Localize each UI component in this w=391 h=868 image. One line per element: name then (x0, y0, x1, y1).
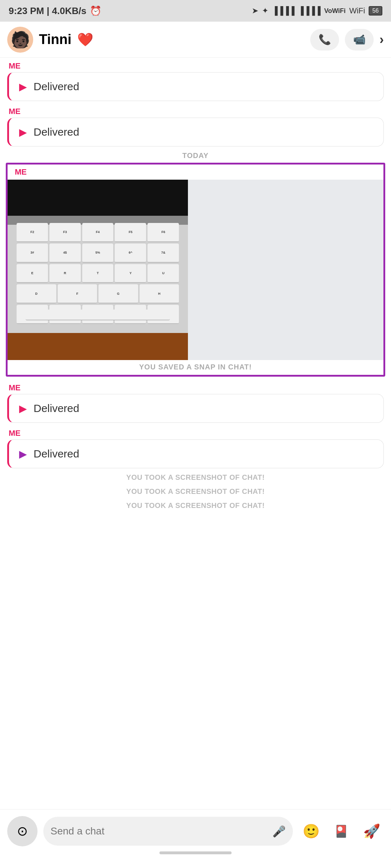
microphone-button[interactable]: 🎤 (272, 825, 286, 838)
message-item: ME ▶ Delivered (0, 103, 391, 149)
date-divider: TODAY (0, 152, 391, 160)
phone-icon: 📞 (318, 34, 331, 45)
camera-icon: ⊙ (17, 824, 28, 839)
camera-button[interactable]: ⊙ (7, 816, 38, 846)
snap-photo-left: F2 F3 F4 F5 F6 3# 4$ 5% 6^ 7& (8, 180, 188, 360)
saved-snap-header: ME (8, 165, 383, 180)
sender-label: ME (7, 61, 384, 71)
message-item: ME ▶ Delivered (0, 380, 391, 425)
stickers-button[interactable]: 🎴 (329, 819, 353, 843)
message-bubble[interactable]: ▶ Delivered (7, 439, 384, 468)
sender-label: ME (13, 167, 378, 177)
chat-header: 🧑🏿 Tinni ❤️ 📞 📹 › (0, 22, 391, 58)
avatar[interactable]: 🧑🏿 (7, 27, 33, 53)
rocket-icon: 🚀 (363, 823, 380, 839)
contact-name: Tinni (39, 32, 71, 47)
message-bubble[interactable]: ▶ Delivered (7, 118, 384, 146)
bottom-bar-inner: ⊙ 🎤 🙂 🎴 🚀 (7, 816, 384, 846)
delivered-text: Delivered (34, 448, 79, 460)
rocket-button[interactable]: 🚀 (359, 819, 384, 843)
stickers-icon: 🎴 (334, 824, 348, 838)
call-button[interactable]: 📞 (310, 29, 339, 51)
snap-arrow-icon: ▶ (19, 403, 27, 415)
delivered-text: Delivered (34, 402, 79, 415)
saved-snap-container[interactable]: ME F2 F3 F4 F5 F6 3# (6, 163, 385, 377)
status-bar: 9:23 PM | 4.0KB/s ⏰ ➤ ✦ ▐▐▐▐ ▐▐▐▐ VoWiFi… (0, 0, 391, 22)
smiley-icon: 🙂 (303, 823, 320, 839)
key-row-asdf: D F G H (17, 284, 179, 303)
message-item: ME ▶ Delivered (0, 425, 391, 470)
home-indicator (7, 846, 384, 856)
status-time: 9:23 PM | 4.0KB/s ⏰ (9, 5, 101, 17)
chevron-right-icon: › (379, 32, 384, 47)
key-row-qwerty: E R T Y U (17, 264, 179, 283)
saved-snap-footer: YOU SAVED A SNAP IN CHAT! (8, 360, 383, 375)
home-bar (159, 851, 232, 854)
snap-image: F2 F3 F4 F5 F6 3# 4$ 5% 6^ 7& (8, 180, 383, 360)
key-row-num: 3# 4$ 5% 6^ 7& (17, 244, 179, 263)
chat-input[interactable] (50, 825, 268, 837)
bottom-spacer (0, 513, 391, 570)
location-icon: ➤ (252, 6, 258, 16)
vowifi-icon: VoWiFi (324, 7, 346, 15)
snap-arrow-purple-icon: ▶ (19, 448, 27, 460)
message-bubble[interactable]: ▶ Delivered (7, 394, 384, 423)
screenshot-notice-1: YOU TOOK A SCREENSHOT OF CHAT! (0, 470, 391, 485)
status-icons: ➤ ✦ ▐▐▐▐ ▐▐▐▐ VoWiFi WiFi 56 (252, 6, 382, 16)
header-left: 🧑🏿 Tinni ❤️ (7, 27, 93, 53)
signal-icon: ▐▐▐▐ (272, 6, 294, 16)
bottom-bar: ⊙ 🎤 🙂 🎴 🚀 (0, 809, 391, 868)
spacebar-row (26, 310, 170, 320)
snap-arrow-icon: ▶ (19, 126, 27, 138)
alarm-icon: ⏰ (90, 5, 101, 17)
sender-label: ME (7, 429, 384, 438)
battery-icon: 56 (369, 6, 382, 16)
avatar-emoji: 🧑🏿 (10, 32, 30, 48)
keyboard-image: F2 F3 F4 F5 F6 3# 4$ 5% 6^ 7& (8, 180, 188, 360)
snap-arrow-icon: ▶ (19, 81, 27, 93)
wifi-icon: WiFi (349, 6, 365, 16)
snap-photo-right (188, 180, 383, 360)
sender-label: ME (7, 383, 384, 393)
sender-label: ME (7, 107, 384, 116)
spacebar-key (26, 310, 170, 320)
video-icon: 📹 (353, 34, 366, 45)
keyboard-keys: F2 F3 F4 F5 F6 3# 4$ 5% 6^ 7& (17, 223, 179, 324)
key-row-fn: F2 F3 F4 F5 F6 (17, 223, 179, 242)
message-bubble[interactable]: ▶ Delivered (7, 72, 384, 101)
emoji-button[interactable]: 🙂 (299, 819, 323, 843)
signal-icon-2: ▐▐▐▐ (298, 6, 320, 16)
screenshot-notice-2: YOU TOOK A SCREENSHOT OF CHAT! (0, 485, 391, 499)
bluetooth-icon: ✦ (262, 6, 268, 16)
chat-area: ME ▶ Delivered ME ▶ Delivered TODAY ME F… (0, 58, 391, 578)
header-right: 📞 📹 › (310, 29, 384, 51)
message-item: ME ▶ Delivered (0, 58, 391, 103)
more-button[interactable]: › (379, 32, 384, 47)
delivered-text: Delivered (34, 80, 79, 93)
chat-input-wrap: 🎤 (43, 817, 293, 846)
screenshot-notice-3: YOU TOOK A SCREENSHOT OF CHAT! (0, 499, 391, 513)
delivered-text: Delivered (34, 126, 79, 138)
video-call-button[interactable]: 📹 (345, 29, 374, 51)
mic-icon: 🎤 (272, 825, 286, 837)
heart-icon: ❤️ (77, 32, 93, 47)
